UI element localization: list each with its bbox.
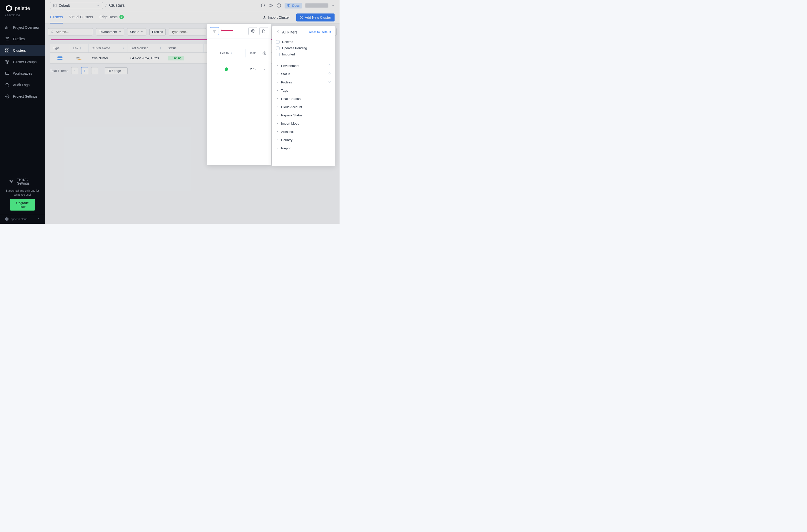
import-cluster-button[interactable]: Import Cluster — [259, 14, 293, 21]
col-healthy: Healt — [246, 49, 259, 57]
reset-filters-button[interactable]: Reset to Default — [308, 30, 331, 34]
svg-point-5 — [5, 60, 7, 61]
help-icon[interactable] — [277, 3, 281, 8]
project-icon — [53, 4, 57, 7]
sidebar-item-label: Tenant Settings — [17, 177, 36, 185]
filter-check-updates-pending[interactable]: Updates Pending — [276, 45, 331, 51]
chevron-right-icon — [93, 70, 96, 72]
pin-icon[interactable] — [328, 64, 331, 68]
next-page-button[interactable] — [91, 67, 98, 74]
filters-toggle-button[interactable] — [210, 27, 219, 35]
col-name[interactable]: Cluster Name▲▼ — [89, 44, 127, 53]
user-identity-redacted[interactable] — [305, 3, 328, 8]
filter-check-imported[interactable]: Imported — [276, 51, 331, 57]
sidebar-item-profiles[interactable]: Profiles — [0, 33, 45, 45]
header-actions: Docs — [261, 3, 335, 8]
project-selector[interactable]: Default — [50, 2, 103, 9]
sidebar-item-project-settings[interactable]: Project Settings — [0, 91, 45, 102]
chevron-down-icon[interactable] — [332, 3, 335, 8]
search-input[interactable] — [56, 30, 90, 34]
chevron-left-icon — [73, 70, 76, 72]
cell-status: Running — [165, 53, 204, 63]
page-size-label: 25 / page — [108, 69, 121, 73]
group-label: Environment — [281, 64, 299, 68]
svg-point-24 — [252, 31, 254, 32]
chat-icon[interactable] — [261, 3, 265, 8]
svg-point-11 — [10, 180, 11, 181]
col-modified[interactable]: Last Modified▲▼ — [127, 44, 165, 53]
svg-rect-8 — [5, 72, 9, 75]
filter-label: Profiles — [152, 30, 163, 34]
breadcrumb: Default / Clusters — [50, 2, 125, 9]
col-health[interactable]: Health▲▼ — [207, 49, 246, 57]
page-size-select[interactable]: 25 / page — [105, 68, 128, 74]
sidebar-item-clusters[interactable]: Clusters — [0, 45, 45, 56]
expand-row-button[interactable] — [259, 68, 269, 71]
filter-group-environment[interactable]: Environment — [272, 62, 335, 70]
filter-group-import-mode[interactable]: Import Mode — [272, 119, 335, 128]
close-filters-button[interactable] — [276, 30, 280, 34]
filter-group-tags[interactable]: Tags — [272, 87, 335, 95]
sidebar-item-label: Project Overview — [13, 25, 39, 30]
cell-healthy: 2 / 2 — [246, 64, 259, 74]
profiles-filter[interactable]: Profiles — [149, 28, 166, 36]
svg-point-13 — [11, 182, 12, 183]
docs-link[interactable]: Docs — [285, 3, 302, 8]
version-label: 4.6.0-241104 — [0, 14, 45, 22]
filter-group-health-status[interactable]: Health Status — [272, 95, 335, 103]
pin-icon[interactable] — [328, 72, 331, 76]
col-env[interactable]: Env▲▼ — [70, 44, 89, 53]
pin-icon[interactable] — [328, 80, 331, 84]
map-view-button[interactable] — [248, 27, 257, 35]
footer-brand: spectro cloud — [0, 214, 45, 224]
gear-icon — [262, 51, 266, 55]
filter-group-region[interactable]: Region — [272, 144, 335, 152]
collapse-sidebar-icon[interactable] — [37, 217, 40, 221]
add-cluster-button[interactable]: Add New Cluster — [296, 14, 335, 21]
status-filter[interactable]: Status — [127, 28, 146, 36]
docs-label: Docs — [292, 4, 300, 7]
button-label: Add New Cluster — [305, 16, 331, 19]
sort-icon: ▲▼ — [230, 52, 232, 54]
upgrade-button[interactable]: Upgrade now — [10, 199, 35, 211]
tab-label: Virtual Clusters — [69, 15, 93, 19]
filter-checkboxes: Deleted Updates Pending Imported — [272, 38, 335, 60]
chevron-right-icon — [276, 122, 279, 126]
sidebar-item-label: Clusters — [13, 49, 26, 53]
export-csv-button[interactable]: csv — [259, 27, 268, 35]
filter-group-repave-status[interactable]: Repave Status — [272, 111, 335, 119]
group-label: Region — [281, 146, 291, 150]
chevron-right-icon — [276, 146, 279, 150]
cluster-actions: Import Cluster Add New Cluster — [259, 12, 335, 23]
chevron-right-icon — [276, 80, 279, 84]
chevron-right-icon — [276, 113, 279, 117]
filter-group-status[interactable]: Status — [272, 70, 335, 78]
filter-group-cloud-account[interactable]: Cloud Account — [272, 103, 335, 111]
svg-rect-1 — [5, 49, 7, 50]
sidebar-item-tenant-settings[interactable]: Tenant Settings — [4, 174, 41, 189]
bug-icon[interactable] — [268, 3, 273, 8]
tags-input[interactable] — [169, 28, 206, 36]
table-settings-button[interactable] — [259, 51, 269, 55]
page-number[interactable]: 1 — [81, 67, 88, 74]
sidebar-item-overview[interactable]: Project Overview — [0, 22, 45, 33]
filter-group-architecture[interactable]: Architecture — [272, 128, 335, 136]
tab-clusters[interactable]: Clusters — [50, 11, 63, 23]
search-icon — [51, 30, 54, 34]
tab-virtual-clusters[interactable]: Virtual Clusters — [69, 11, 93, 23]
sidebar-item-workspaces[interactable]: Workspaces — [0, 68, 45, 79]
chevron-right-icon — [276, 89, 279, 92]
cell-modified: 04 Nov 2024, 15:23 — [127, 53, 165, 63]
prev-page-button[interactable] — [71, 67, 78, 74]
environment-filter[interactable]: Environment — [96, 28, 124, 36]
filter-group-country[interactable]: Country — [272, 136, 335, 144]
sidebar-item-cluster-groups[interactable]: Cluster Groups — [0, 56, 45, 68]
svg-rect-3 — [5, 51, 7, 52]
search-box[interactable] — [48, 28, 93, 36]
tab-edge-hosts[interactable]: Edge Hosts2 — [99, 11, 124, 23]
sidebar-item-audit-logs[interactable]: Audit Logs — [0, 79, 45, 91]
filter-check-deleted[interactable]: Deleted — [276, 39, 331, 45]
nav: Project Overview Profiles Clusters Clust… — [0, 22, 45, 171]
cell-name: aws-cluster — [89, 53, 127, 63]
filter-group-profiles[interactable]: Profiles — [272, 78, 335, 87]
